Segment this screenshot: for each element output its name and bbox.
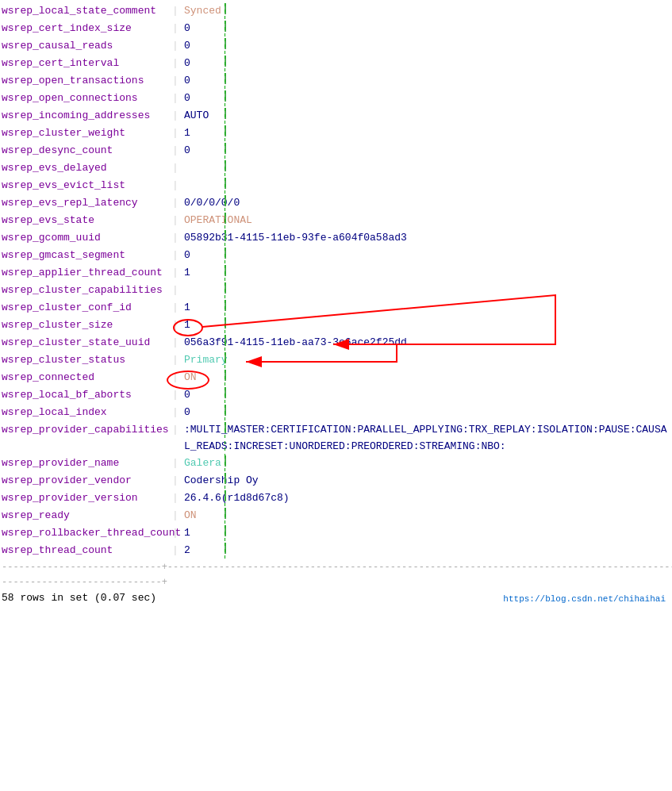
row-value: 0 [182,56,670,72]
table-row: wsrep_provider_vendor | Codership Oy [0,473,672,490]
row-sep: | [168,265,182,282]
row-value: ON [182,370,670,386]
row-sep: | [168,387,182,404]
row-value: 1 [182,125,670,142]
row-sep: | [168,508,182,524]
row-name: wsrep_provider_vendor [2,473,168,490]
row-value: 056a3f91-4115-11eb-aa73-3e6ace2f25dd [182,335,670,351]
row-sep: | [168,422,182,439]
row-name: wsrep_thread_count [2,543,168,559]
row-value: 0 [182,387,670,404]
table-row: wsrep_ready | ON [0,508,672,525]
row-value: 0 [182,38,670,55]
row-value: 0 [182,405,670,421]
row-name: wsrep_provider_capabilities [2,422,168,439]
row-sep: | [168,125,182,142]
row-sep: | [168,56,182,72]
row-value: 0 [182,90,670,107]
table-row: wsrep_connected | ON [0,370,672,387]
table-row: wsrep_desync_count | 0 [0,143,672,160]
row-name: wsrep_gmcast_segment [2,248,168,264]
table-row: wsrep_evs_evict_list | [0,178,672,195]
row-name: wsrep_cluster_conf_id [2,300,168,317]
row-name: wsrep_desync_count [2,143,168,159]
row-name: wsrep_cluster_status [2,352,168,369]
separator-top: ----------------------------+-----------… [0,560,672,575]
table-row: wsrep_cluster_weight | 1 [0,125,672,143]
table-row: wsrep_cert_interval | 0 [0,56,672,73]
row-value: 1 [182,265,670,282]
row-sep: | [168,300,182,317]
table-row: wsrep_gmcast_segment | 0 [0,248,672,265]
row-name: wsrep_local_index [2,405,168,421]
row-sep: | [168,352,182,369]
table-row: wsrep_open_transactions | 0 [0,73,672,90]
table-row: wsrep_open_connections | 0 [0,90,672,108]
row-name: wsrep_open_transactions [2,73,168,90]
table-row: wsrep_incoming_addresses | AUTO [0,108,672,125]
table-row: wsrep_gcomm_uuid | 05892b31-4115-11eb-93… [0,230,672,248]
row-name: wsrep_provider_version [2,490,168,507]
table-row: wsrep_local_state_comment | Synced [0,3,672,21]
row-value: AUTO [182,108,670,125]
table-row: wsrep_cluster_conf_id | 1 [0,300,672,317]
row-value: 0 [182,21,670,37]
row-value: 1 [182,300,670,317]
row-value: 1 [182,317,670,334]
row-name: wsrep_evs_evict_list [2,178,168,194]
row-name: wsrep_applier_thread_count [2,265,168,282]
row-sep: | [168,317,182,334]
row-value: OPERATIONAL [182,213,670,229]
row-sep: | [168,38,182,55]
row-value: 1 [182,525,670,542]
row-sep: | [168,230,182,247]
row-name: wsrep_cluster_weight [2,125,168,142]
row-sep: | [168,21,182,37]
row-sep: | [168,455,182,472]
row-name: wsrep_cert_index_size [2,21,168,37]
row-sep: | [168,525,182,542]
row-sep: | [168,213,182,229]
table-row: wsrep_cluster_size | 1 [0,317,672,335]
row-sep: | [168,473,182,490]
table-row: wsrep_provider_capabilities | :MULTI_MAS… [0,422,672,455]
row-name: wsrep_evs_delayed [2,160,168,177]
row-name: wsrep_local_bf_aborts [2,387,168,404]
row-name: wsrep_connected [2,370,168,386]
table-row: wsrep_rollbacker_thread_count | 1 [0,525,672,543]
row-sep: | [168,195,182,212]
row-name: wsrep_gcomm_uuid [2,230,168,247]
row-value: 05892b31-4115-11eb-93fe-a604f0a58ad3 [182,230,670,247]
table-row: wsrep_evs_state | OPERATIONAL [0,213,672,230]
table-row: wsrep_cluster_capabilities | [0,282,672,300]
row-name: wsrep_rollbacker_thread_count [2,525,168,542]
row-value: :MULTI_MASTER:CERTIFICATION:PARALLEL_APP… [182,422,670,455]
row-name: wsrep_incoming_addresses [2,108,168,125]
row-value: 0/0/0/0/0 [182,195,670,212]
row-sep: | [168,335,182,351]
table-row: wsrep_local_index | 0 [0,405,672,422]
row-sep: | [168,490,182,507]
separator-bottom: ----------------------------+ [0,575,672,590]
row-sep: | [168,543,182,559]
row-name: wsrep_cluster_capabilities [2,282,168,299]
row-value: 26.4.6(r1d8d67c8) [182,490,670,507]
row-name: wsrep_provider_name [2,455,168,472]
row-sep: | [168,108,182,125]
row-sep: | [168,160,182,177]
row-name: wsrep_open_connections [2,90,168,107]
table-row: wsrep_causal_reads | 0 [0,38,672,56]
row-sep: | [168,90,182,107]
row-value: Primary [182,352,670,369]
row-value: Galera [182,455,670,472]
table-row: wsrep_evs_repl_latency | 0/0/0/0/0 [0,195,672,213]
row-name: wsrep_local_state_comment [2,3,168,20]
row-value: Synced [182,3,670,20]
row-value: 2 [182,543,670,559]
table-row: wsrep_local_bf_aborts | 0 [0,387,672,405]
table-row: wsrep_cert_index_size | 0 [0,21,672,38]
row-sep: | [168,178,182,194]
row-value: 0 [182,143,670,159]
row-value: Codership Oy [182,473,670,490]
row-name: wsrep_causal_reads [2,38,168,55]
